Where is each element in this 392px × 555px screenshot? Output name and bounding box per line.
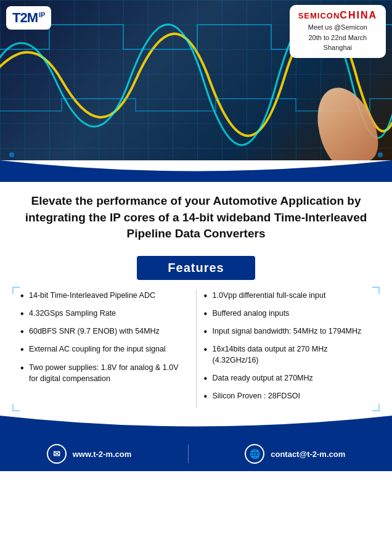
globe-icon: 🌐 xyxy=(245,444,264,464)
hero-section: T2M IP SEMICONCHINA Meet us @Semicon 20t… xyxy=(0,0,392,160)
bullet-icon: • xyxy=(204,390,209,402)
bullet-icon: • xyxy=(20,343,25,355)
list-item: • 60dBFS SNR (9.7 ENOB) with 54MHz xyxy=(20,326,189,337)
features-button: Features xyxy=(137,256,255,280)
semicon-title: SEMICON xyxy=(298,11,340,20)
footer-website: ✉ www.t-2-m.com xyxy=(47,444,132,464)
bracket-bl xyxy=(12,404,20,411)
semicon-badge: SEMICONCHINA Meet us @Semicon 20th to 22… xyxy=(290,5,386,58)
email-address: contact@t-2-m.com xyxy=(271,450,345,459)
feature-text: Data ready output at 270MHz xyxy=(213,372,313,384)
features-col-left: • 14-bit Time-Interleaved Pipeline ADC •… xyxy=(15,290,194,408)
feature-text: Input signal bandwidth: 54MHz to 1794MHz xyxy=(213,326,362,337)
list-item: • 4.32GSps Sampling Rate xyxy=(20,308,189,319)
bracket-tl xyxy=(12,287,20,294)
feature-text: 60dBFS SNR (9.7 ENOB) with 54MHz xyxy=(29,326,160,337)
bullet-icon: • xyxy=(20,326,25,337)
semicon-china: CHINA xyxy=(340,10,377,20)
features-badge: Features xyxy=(12,256,380,280)
corner-dot-bl xyxy=(9,152,14,157)
bullet-icon: • xyxy=(204,290,209,302)
feature-text: Buffered analog inputs xyxy=(213,308,290,319)
bullet-icon: • xyxy=(204,326,209,337)
bullet-icon: • xyxy=(204,372,209,384)
footer: ✉ www.t-2-m.com 🌐 contact@t-2-m.com xyxy=(0,437,392,471)
corner-dot-br xyxy=(378,152,383,157)
feature-text: 4.32GSps Sampling Rate xyxy=(29,308,116,319)
list-item: • Input signal bandwidth: 54MHz to 1794M… xyxy=(204,326,372,337)
semicon-line2: 20th to 22nd March xyxy=(298,33,377,43)
bullet-icon: • xyxy=(20,362,25,374)
features-section: • 14-bit Time-Interleaved Pipeline ADC •… xyxy=(12,290,380,408)
list-item: • Two power supplies: 1.8V for analog & … xyxy=(20,362,189,384)
footer-email: 🌐 contact@t-2-m.com xyxy=(245,444,345,464)
feature-text: 1.0Vpp differential full-scale input xyxy=(213,290,326,301)
bullet-icon: • xyxy=(204,308,209,319)
footer-divider xyxy=(188,445,189,463)
list-item: • 1.0Vpp differential full-scale input xyxy=(204,290,372,302)
list-item: • Data ready output at 270MHz xyxy=(204,372,372,384)
logo-box: T2M IP xyxy=(6,6,51,30)
semicon-line3: Shanghai xyxy=(298,43,377,53)
bullet-icon: • xyxy=(204,343,209,355)
feature-text: Silicon Proven : 28FDSOI xyxy=(213,390,300,401)
feature-text: 16x14bits data output at 270 MHz (4.32GH… xyxy=(213,343,372,366)
list-item: • 14-bit Time-Interleaved Pipeline ADC xyxy=(20,290,189,302)
bracket-br xyxy=(372,404,380,411)
semicon-line1: Meet us @Semicon xyxy=(298,22,377,33)
feature-text: 14-bit Time-Interleaved Pipeline ADC xyxy=(29,290,155,301)
feature-text: External AC coupling for the input signa… xyxy=(29,343,166,355)
logo-text: T2M xyxy=(12,10,38,26)
email-icon: ✉ xyxy=(47,444,67,464)
headline: Elevate the performance of your Automoti… xyxy=(12,182,380,249)
website-url: www.t-2-m.com xyxy=(73,450,132,459)
logo-ip: IP xyxy=(39,11,45,18)
features-col-right: • 1.0Vpp differential full-scale input •… xyxy=(199,290,377,408)
wave-divider-top xyxy=(0,160,392,182)
bracket-tr xyxy=(372,287,380,294)
feature-text: Two power supplies: 1.8V for analog & 1.… xyxy=(29,362,189,384)
wave-divider-bottom xyxy=(0,416,392,437)
list-item: • 16x14bits data output at 270 MHz (4.32… xyxy=(204,343,372,366)
bullet-icon: • xyxy=(20,290,25,302)
features-wrapper: • 14-bit Time-Interleaved Pipeline ADC •… xyxy=(12,290,380,408)
bullet-icon: • xyxy=(20,308,25,319)
column-divider xyxy=(196,290,197,408)
main-content: Elevate the performance of your Automoti… xyxy=(0,182,392,408)
list-item: • External AC coupling for the input sig… xyxy=(20,343,189,355)
list-item: • Buffered analog inputs xyxy=(204,308,372,319)
list-item: • Silicon Proven : 28FDSOI xyxy=(204,390,372,402)
